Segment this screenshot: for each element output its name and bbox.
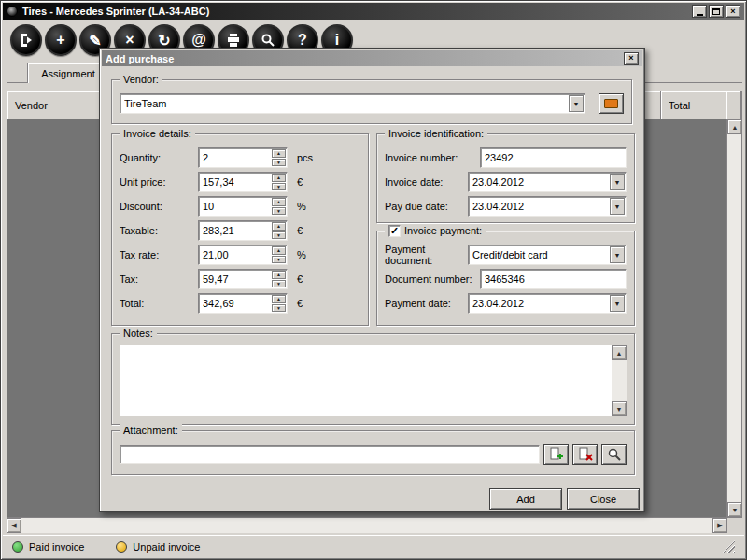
invoice-number-label: Invoice number: [385, 152, 480, 163]
scrollbar-track[interactable] [21, 518, 712, 533]
pay-due-date-dropdown-button[interactable]: ▼ [610, 198, 625, 215]
payment-date-value[interactable] [469, 294, 609, 313]
spin-up-button[interactable]: ▲ [272, 222, 286, 231]
spin-down-button[interactable]: ▼ [272, 183, 286, 191]
tax-value[interactable] [199, 270, 271, 288]
tax-rate-value[interactable] [199, 245, 271, 264]
column-header-total[interactable]: Total [661, 91, 726, 119]
minimize-button[interactable] [692, 5, 707, 18]
vendor-dropdown-button[interactable]: ▼ [569, 95, 584, 112]
manage-vendors-button[interactable] [599, 93, 624, 114]
spin-up-button[interactable]: ▲ [272, 246, 286, 255]
spin-down-icon: ▼ [276, 305, 281, 311]
notes-textarea[interactable] [120, 345, 612, 416]
spin-up-button[interactable]: ▲ [272, 149, 286, 158]
unit-price-value[interactable] [199, 173, 271, 191]
total-input[interactable]: ▲▼ [198, 293, 288, 314]
spin-down-button[interactable]: ▼ [272, 159, 286, 167]
tab-assignment[interactable]: Assignment [27, 63, 109, 83]
discount-unit: % [297, 201, 306, 212]
scroll-down-button[interactable]: ▼ [727, 502, 742, 517]
pay-due-date-row: Pay due date: ▼ [385, 196, 627, 217]
payment-document-dropdown-button[interactable]: ▼ [610, 246, 625, 263]
invoice-date-value[interactable] [469, 173, 609, 191]
payment-document-value[interactable] [469, 245, 609, 264]
search-icon [260, 32, 276, 49]
invoice-number-row: Invoice number: [385, 147, 627, 168]
scroll-up-button[interactable]: ▲ [727, 119, 742, 134]
app-icon [7, 6, 18, 17]
discount-value[interactable] [199, 197, 271, 216]
quantity-value[interactable] [199, 148, 271, 167]
scroll-right-button[interactable]: ▶ [712, 518, 727, 533]
spin-down-button[interactable]: ▼ [272, 231, 286, 240]
spin-up-button[interactable]: ▲ [272, 198, 286, 206]
tax-unit: € [297, 273, 303, 285]
invoice-payment-group-label: ✓ Invoice payment: [385, 224, 486, 238]
attachment-path-value[interactable] [120, 446, 539, 463]
notes-scrollbar[interactable]: ▲ ▼ [612, 345, 627, 416]
tax-rate-input[interactable]: ▲▼ [198, 245, 288, 265]
payment-date-select[interactable]: ▼ [468, 293, 627, 314]
close-button[interactable]: Close [567, 488, 640, 510]
spin-up-button[interactable]: ▲ [272, 271, 286, 279]
dialog-titlebar[interactable]: Add purchase × [102, 50, 642, 66]
help-icon: ? [298, 32, 307, 49]
document-number-input[interactable] [480, 269, 627, 289]
add-attachment-button[interactable] [543, 444, 569, 465]
horizontal-scrollbar[interactable]: ◀ ▶ [7, 518, 727, 533]
remove-attachment-button[interactable] [572, 444, 598, 465]
notes-scroll-up-button[interactable]: ▲ [612, 345, 627, 360]
add-button[interactable]: Add [489, 488, 562, 510]
payment-date-dropdown-button[interactable]: ▼ [610, 295, 625, 312]
invoice-payment-checkbox[interactable]: ✓ [388, 225, 401, 237]
vertical-scrollbar[interactable]: ▲ ▼ [726, 119, 741, 517]
spin-down-button[interactable]: ▼ [272, 207, 286, 216]
attachment-path-input[interactable] [120, 445, 540, 464]
spin-down-button[interactable]: ▼ [272, 280, 286, 288]
notes-scroll-down-button[interactable]: ▼ [612, 401, 627, 416]
exit-button[interactable] [10, 24, 42, 56]
resize-grip[interactable] [723, 540, 735, 553]
spin-down-button[interactable]: ▼ [272, 256, 286, 264]
scroll-down-icon: ▼ [732, 507, 739, 513]
unit-price-input[interactable]: ▲▼ [198, 172, 288, 192]
payment-document-select[interactable]: ▼ [468, 245, 627, 265]
app-window: Tires - Mercedes Sprinter (LA-34-ABC) × … [0, 0, 747, 560]
tax-input[interactable]: ▲▼ [198, 269, 288, 289]
chevron-down-icon: ▼ [614, 252, 621, 259]
window-title: Tires - Mercedes Sprinter (LA-34-ABC) [22, 6, 209, 17]
total-label: Total: [120, 298, 198, 309]
pay-due-date-select[interactable]: ▼ [468, 196, 627, 217]
view-attachment-button[interactable] [601, 444, 627, 465]
window-titlebar[interactable]: Tires - Mercedes Sprinter (LA-34-ABC) × [3, 3, 744, 20]
dialog-close-button[interactable]: × [624, 52, 639, 65]
invoice-number-value[interactable] [481, 148, 626, 167]
vendor-book-icon [604, 99, 618, 108]
close-button[interactable]: × [726, 5, 740, 18]
invoice-date-row: Invoice date: ▼ [385, 172, 627, 192]
unit-price-unit: € [297, 176, 303, 188]
total-value[interactable] [199, 294, 271, 313]
invoice-number-input[interactable] [480, 147, 627, 168]
invoice-date-select[interactable]: ▼ [468, 172, 627, 192]
invoice-date-dropdown-button[interactable]: ▼ [610, 174, 625, 190]
spin-down-button[interactable]: ▼ [272, 304, 286, 313]
discount-input[interactable]: ▲▼ [198, 196, 288, 217]
vendor-select[interactable]: ▼ [120, 93, 585, 114]
document-number-value[interactable] [481, 270, 626, 288]
invoice-identification-group-label: Invoice identification: [385, 127, 487, 141]
total-unit: € [297, 298, 303, 309]
spin-up-button[interactable]: ▲ [272, 295, 286, 303]
taxable-input[interactable]: ▲▼ [198, 220, 288, 241]
taxable-value[interactable] [199, 221, 271, 240]
spin-up-button[interactable]: ▲ [272, 174, 286, 182]
add-button[interactable]: + [45, 24, 77, 56]
invoice-details-group-label: Invoice details: [120, 127, 195, 141]
scroll-left-button[interactable]: ◀ [7, 518, 21, 533]
pay-due-date-value[interactable] [469, 197, 609, 216]
add-purchase-dialog: Add purchase × Vendor: ▼ Invoice detail [99, 48, 645, 512]
vendor-value[interactable] [120, 94, 568, 113]
quantity-input[interactable]: ▲▼ [198, 147, 288, 168]
maximize-button[interactable] [709, 5, 724, 18]
